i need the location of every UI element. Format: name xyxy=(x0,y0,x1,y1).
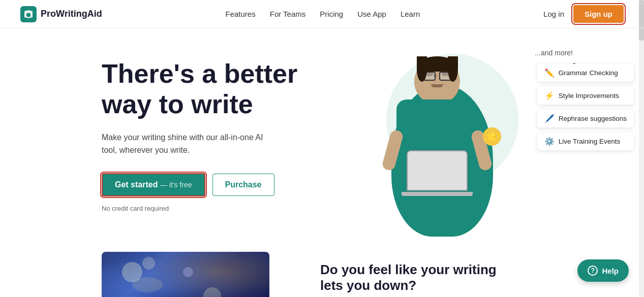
bottom-section: Do you feel like your writing lets you d… xyxy=(0,252,644,297)
person-avatar xyxy=(396,59,478,201)
hero-title: There's a better way to write xyxy=(102,59,346,120)
laptop xyxy=(407,150,468,191)
nav-use-app[interactable]: Use App xyxy=(357,10,386,18)
nav-learn[interactable]: Learn xyxy=(401,10,420,18)
signup-button[interactable]: Sign up xyxy=(573,5,624,23)
rephrase-pill: 🖊️ Rephrase suggestions xyxy=(537,110,634,127)
no-credit-text: No credit card required xyxy=(102,205,346,212)
navbar: ProWritingAid Features For Teams Pricing… xyxy=(0,0,644,28)
help-icon: ? xyxy=(588,266,598,276)
help-button[interactable]: ? Help xyxy=(577,259,629,282)
training-icon: ⚙️ xyxy=(544,137,555,146)
star-badge: ⭐ xyxy=(483,127,501,146)
laptop-base xyxy=(402,192,473,196)
get-started-button[interactable]: Get started — it's free xyxy=(102,173,205,196)
hero-content: There's a better way to write Make your … xyxy=(102,54,346,212)
starry-night-image xyxy=(102,252,269,297)
hero-section: There's a better way to write Make your … xyxy=(0,28,644,252)
person-torso xyxy=(396,100,478,201)
rephrase-icon: 🖊️ xyxy=(544,114,555,123)
scrollbar[interactable] xyxy=(639,0,644,297)
grammar-pill: ✏️ Grammar Checking xyxy=(537,64,634,82)
free-label: — it's free xyxy=(160,181,192,189)
nav-pricing[interactable]: Pricing xyxy=(320,10,343,18)
purchase-button[interactable]: Purchase xyxy=(212,174,274,196)
logo-icon xyxy=(20,6,37,22)
feature-pills: ✏️ Grammar Checking ⚡ Style Improvements… xyxy=(537,64,634,150)
style-icon: ⚡ xyxy=(544,91,555,101)
bottom-question: Do you feel like your writing lets you d… xyxy=(320,262,503,293)
nav-links: Features For Teams Pricing Use App Learn xyxy=(226,10,420,18)
and-more-label: ...and more! xyxy=(535,49,573,57)
training-pill: ⚙️ Live Training Events xyxy=(537,133,634,150)
hero-buttons: Get started — it's free Purchase xyxy=(102,173,346,196)
nav-features[interactable]: Features xyxy=(226,10,256,18)
navbar-right: Log in Sign up xyxy=(543,5,624,23)
logo-text: ProWritingAid xyxy=(41,9,102,19)
nav-for-teams[interactable]: For Teams xyxy=(270,10,306,18)
hero-subtitle: Make your writing shine with our all-in-… xyxy=(102,131,269,157)
person-head xyxy=(414,59,460,105)
login-link[interactable]: Log in xyxy=(543,10,564,18)
style-pill: ⚡ Style Improvements xyxy=(537,87,634,105)
hero-image-area: ⭐ xyxy=(346,44,624,237)
bottom-text-area: Do you feel like your writing lets you d… xyxy=(320,252,503,293)
grammar-icon: ✏️ xyxy=(544,68,555,78)
logo-area: ProWritingAid xyxy=(20,6,102,22)
